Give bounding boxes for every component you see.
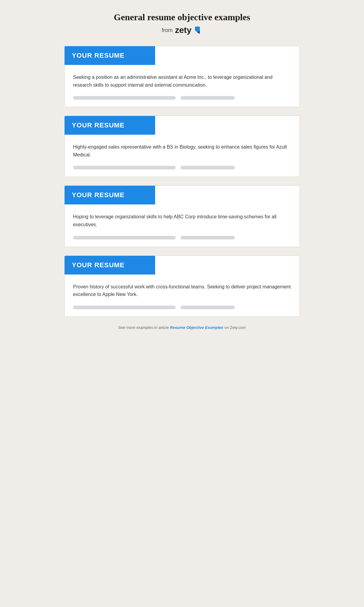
footer-link[interactable]: Resume Objective Examples bbox=[170, 325, 223, 330]
resume-card-header-4: YOUR RESUME bbox=[65, 256, 155, 275]
footer-text-after: on Zety.com bbox=[223, 325, 246, 330]
brand-row: from zety bbox=[64, 25, 300, 35]
resume-lines-4 bbox=[73, 306, 291, 309]
resume-card-body-2: Highly-engaged sales representative with… bbox=[65, 135, 299, 177]
resume-lines-1 bbox=[73, 96, 291, 100]
resume-card-body-1: Seeking a position as an administrative … bbox=[65, 65, 299, 107]
resume-card-4: YOUR RESUME Proven history of successful… bbox=[64, 255, 300, 317]
resume-line-long-3 bbox=[73, 236, 176, 239]
resume-objective-4: Proven history of successful work with c… bbox=[73, 283, 291, 298]
resume-lines-2 bbox=[73, 166, 291, 169]
brand-logo: zety bbox=[175, 25, 202, 35]
resume-card-header-text-3: YOUR RESUME bbox=[72, 191, 125, 199]
resume-objective-1: Seeking a position as an administrative … bbox=[73, 73, 291, 89]
resume-line-short-4 bbox=[180, 306, 235, 309]
brand-from-label: from bbox=[162, 27, 173, 34]
resume-card-header-2: YOUR RESUME bbox=[65, 116, 155, 135]
page-title: General resume objective examples bbox=[64, 12, 300, 22]
resume-card-header-1: YOUR RESUME bbox=[65, 46, 155, 65]
page-container: General resume objective examples from z… bbox=[64, 12, 300, 336]
resume-line-long-4 bbox=[73, 306, 176, 309]
resume-card-body-3: Hoping to leverage organizational skills… bbox=[65, 204, 299, 246]
resume-objective-2: Highly-engaged sales representative with… bbox=[73, 143, 291, 159]
resume-card-2: YOUR RESUME Highly-engaged sales represe… bbox=[64, 116, 300, 177]
resume-lines-3 bbox=[73, 236, 291, 239]
resume-line-long-1 bbox=[73, 96, 176, 100]
resume-card-header-3: YOUR RESUME bbox=[65, 186, 155, 204]
resume-card-header-text-4: YOUR RESUME bbox=[72, 261, 125, 269]
footer-text-before: See more examples in article bbox=[118, 325, 170, 330]
resume-card-3: YOUR RESUME Hoping to leverage organizat… bbox=[64, 185, 300, 247]
footer-note: See more examples in article Resume Obje… bbox=[64, 325, 300, 336]
cards-container: YOUR RESUME Seeking a position as an adm… bbox=[64, 46, 300, 317]
resume-objective-3: Hoping to leverage organizational skills… bbox=[73, 213, 291, 228]
resume-line-short-1 bbox=[180, 96, 235, 100]
brand-name: zety bbox=[175, 25, 191, 35]
resume-line-short-3 bbox=[180, 236, 235, 239]
resume-card-body-4: Proven history of successful work with c… bbox=[65, 275, 299, 316]
resume-card-header-text-1: YOUR RESUME bbox=[72, 52, 125, 59]
resume-card-1: YOUR RESUME Seeking a position as an adm… bbox=[64, 46, 300, 107]
resume-card-header-text-2: YOUR RESUME bbox=[72, 121, 125, 129]
resume-line-short-2 bbox=[180, 166, 235, 169]
zety-logo-icon bbox=[193, 25, 202, 35]
resume-line-long-2 bbox=[73, 166, 176, 169]
